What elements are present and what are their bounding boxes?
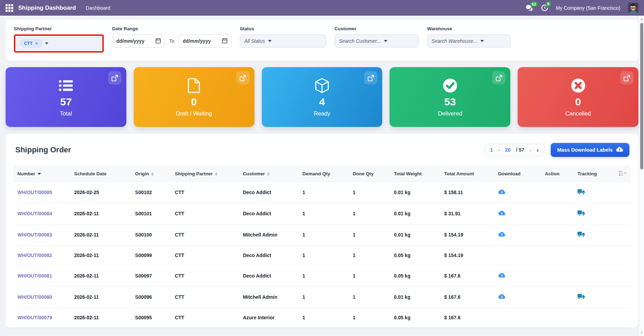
download-label-icon[interactable] (498, 210, 505, 216)
tracking-truck-icon[interactable] (578, 210, 585, 216)
order-number-link[interactable]: WH/OUT/00079 (13, 308, 70, 328)
card-ready-label: Ready (314, 110, 330, 117)
open-external-button[interactable] (236, 71, 250, 85)
customer-cell: Deco Addict (239, 246, 298, 265)
date-to-placeholder: dd/mm/yyyy (183, 38, 211, 44)
tracking-truck-icon[interactable] (578, 294, 585, 299)
top-navbar: Shipping Dashboard Dashboard 63 8 My Com… (0, 0, 644, 16)
scroll-down-icon[interactable]: ▼ (639, 331, 644, 335)
activities-button[interactable]: 8 (541, 4, 548, 11)
order-number-link[interactable]: WH/OUT/00083 (13, 224, 70, 246)
pagination: 1 - 20 / 57 ‹ › (484, 144, 545, 157)
table-row[interactable]: WH/OUT/00079 2026-02-11 S00095 CTT Azure… (13, 308, 631, 328)
tracking-truck-icon[interactable] (578, 231, 585, 237)
order-number-link[interactable]: WH/OUT/00085 (13, 182, 70, 203)
card-total-value: 57 (60, 97, 72, 107)
open-external-button[interactable] (620, 71, 634, 85)
mass-download-labels-button[interactable]: Mass Download Labels (551, 143, 629, 157)
table-row[interactable]: WH/OUT/00083 2026-02-11 S00100 CTT Mitch… (13, 224, 631, 246)
shipping-partner-cell: CTT (171, 265, 239, 287)
col-header-total-weight[interactable]: Total Weight (390, 166, 440, 182)
shipping-partner-cell: CTT (171, 224, 239, 246)
col-header-origin[interactable]: Origin (131, 166, 171, 182)
download-label-icon[interactable] (498, 272, 505, 278)
sort-desc-icon (38, 173, 41, 175)
prev-page-icon[interactable]: ‹ (529, 147, 532, 153)
open-external-button[interactable] (492, 71, 505, 85)
download-label-icon[interactable] (498, 231, 505, 237)
app-title[interactable]: Shipping Dashboard (18, 5, 76, 11)
date-from-input[interactable]: dd/mm/yyyy (112, 34, 165, 48)
col-header-number[interactable]: Number (13, 166, 70, 182)
order-number-link[interactable]: WH/OUT/00084 (13, 203, 70, 224)
order-number-link[interactable]: WH/OUT/00081 (13, 265, 70, 287)
open-external-button[interactable] (364, 71, 377, 85)
order-number-link[interactable]: WH/OUT/00082 (13, 246, 70, 265)
chevron-down-icon (268, 40, 272, 42)
cloud-download-icon (616, 147, 623, 153)
done-qty-cell: 1 (348, 287, 390, 308)
row-options-cell (615, 265, 631, 287)
calendar-icon[interactable] (222, 38, 227, 45)
company-switcher[interactable]: My Company (San Francisco) (556, 5, 620, 11)
download-label-icon[interactable] (498, 189, 505, 195)
table-row[interactable]: WH/OUT/00085 2026-02-25 S00102 CTT Deco … (13, 182, 631, 203)
shipping-partner-cell: CTT (171, 308, 239, 328)
card-ready[interactable]: 4 Ready (262, 67, 383, 127)
list-icon (58, 78, 73, 94)
apps-grid-icon[interactable] (6, 4, 13, 12)
col-header-shipping-partner[interactable]: Shipping Partner (171, 166, 239, 182)
origin-cell: S00096 (131, 287, 171, 308)
col-header-action[interactable]: Action (541, 166, 573, 182)
sort-updown-icon (267, 172, 270, 176)
messages-button[interactable]: 63 (526, 5, 533, 11)
warehouse-select[interactable]: Search Warehouse... (427, 34, 511, 48)
date-to-input[interactable]: dd/mm/yyyy (179, 34, 231, 48)
demand-qty-cell: 1 (298, 265, 349, 287)
col-header-schedule-date[interactable]: Schedule Date (70, 166, 131, 182)
status-select[interactable]: All Status (240, 34, 326, 48)
status-value: All Status (244, 38, 265, 44)
col-header-customer[interactable]: Customer (239, 166, 298, 182)
open-external-button[interactable] (108, 71, 121, 85)
table-row[interactable]: WH/OUT/00080 2026-02-11 S00096 CTT Mitch… (13, 287, 631, 308)
col-header-done-qty[interactable]: Done Qty (348, 166, 390, 182)
remove-tag-icon[interactable]: ✕ (35, 41, 38, 46)
col-header-total-amount[interactable]: Total Amount (440, 166, 494, 182)
origin-cell: S00099 (131, 246, 171, 265)
card-delivered[interactable]: 53 Delivered (390, 67, 510, 127)
page-scrollbar[interactable]: ▲ ▼ (639, 16, 644, 336)
warehouse-placeholder: Search Warehouse... (432, 38, 477, 44)
col-header-download[interactable]: Download (494, 166, 541, 182)
next-page-icon[interactable]: › (537, 147, 539, 153)
table-row[interactable]: WH/OUT/00084 2026-02-11 S00101 CTT Deco … (13, 203, 631, 224)
download-cell (494, 224, 541, 246)
card-cancelled[interactable]: 0 Cancelled (518, 67, 638, 127)
page-start[interactable]: 1 (490, 147, 493, 153)
column-options-icon[interactable] (619, 171, 627, 176)
page-end[interactable]: 20 (505, 147, 511, 153)
col-header-tracking[interactable]: Tracking (573, 166, 615, 182)
menu-item-dashboard[interactable]: Dashboard (86, 5, 110, 11)
tracking-truck-icon[interactable] (578, 189, 585, 195)
customer-placeholder: Search Customer... (339, 38, 381, 44)
calendar-icon[interactable] (156, 38, 161, 45)
card-total[interactable]: 57 Total (6, 67, 126, 127)
user-avatar[interactable] (628, 3, 638, 13)
row-options-cell (615, 246, 631, 265)
download-label-icon[interactable] (498, 294, 505, 299)
table-row[interactable]: WH/OUT/00081 2026-02-11 S00097 CTT Deco … (13, 265, 631, 287)
order-number-link[interactable]: WH/OUT/00080 (13, 287, 70, 308)
scroll-up-icon[interactable]: ▲ (639, 17, 644, 21)
action-cell (541, 287, 573, 308)
col-header-options[interactable] (615, 166, 631, 182)
col-header-demand-qty[interactable]: Demand Qty (298, 166, 349, 182)
customer-select[interactable]: Search Customer... (335, 34, 419, 48)
shipping-partner-select[interactable]: CTT ✕ (16, 37, 101, 50)
scrollbar-thumb[interactable] (640, 23, 643, 169)
table-row[interactable]: WH/OUT/00082 2026-02-11 S00099 CTT Deco … (13, 246, 631, 265)
card-draft-waiting[interactable]: 0 Draft / Waiting (134, 67, 254, 127)
warehouse-label: Warehouse (427, 26, 511, 31)
tracking-cell (573, 308, 615, 328)
customer-cell: Deco Addict (239, 265, 298, 287)
